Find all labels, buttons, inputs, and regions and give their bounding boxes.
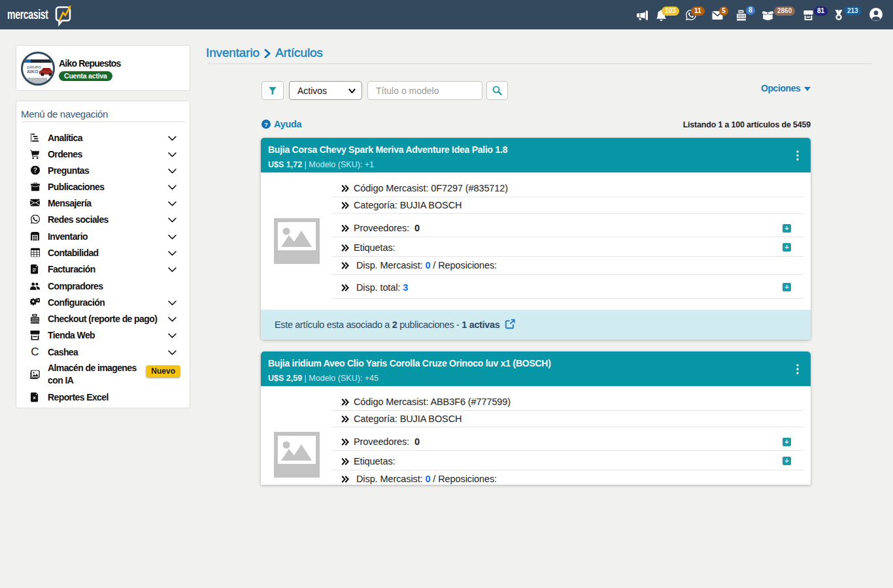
svg-text:?: ? [264,121,268,128]
svg-text:AIKO: AIKO [27,69,39,74]
